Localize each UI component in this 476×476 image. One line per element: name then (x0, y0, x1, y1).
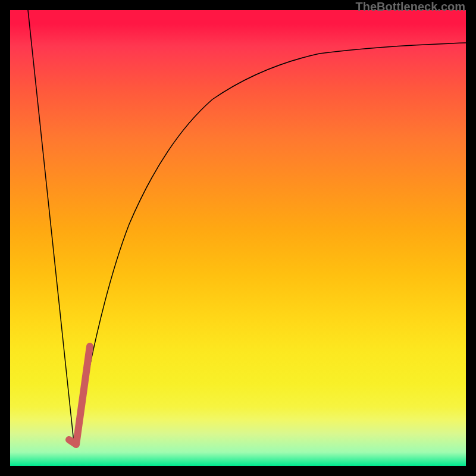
highlight-j-segment (69, 346, 90, 444)
watermark-text: TheBottleneck.com (356, 0, 465, 14)
chart-plot-area (10, 10, 466, 466)
left-descending-line (28, 10, 74, 447)
right-ascending-curve (74, 43, 466, 447)
chart-svg (10, 10, 466, 466)
